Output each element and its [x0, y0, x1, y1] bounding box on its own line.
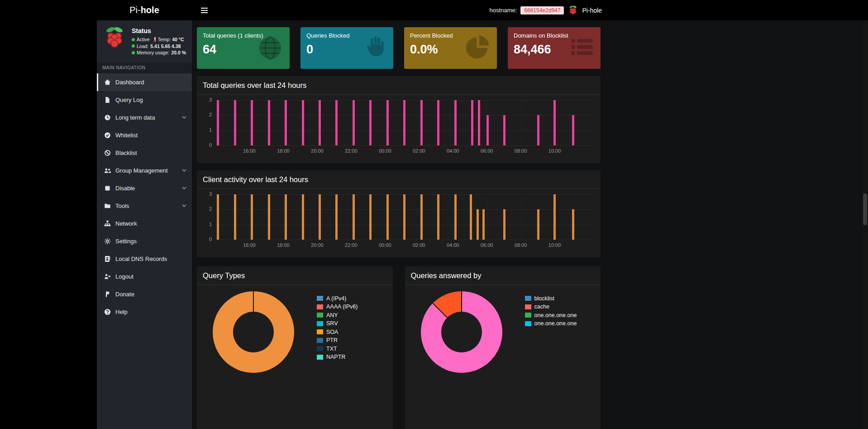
sidebar-item-local-dns-records[interactable]: Local DNS Records	[97, 250, 192, 268]
status-line: Load:5.41 5.65 4.38	[132, 43, 186, 49]
sidebar-item-label: Dashboard	[115, 79, 144, 86]
temp-value: 40 °C	[172, 37, 184, 42]
sidebar-item-group-management[interactable]: Group Management	[97, 162, 192, 179]
x-tick-label: 04:00	[447, 148, 459, 154]
status-line: Memory usage:20.0 %	[132, 50, 186, 55]
hamburger-menu-icon[interactable]	[195, 0, 214, 20]
bar	[486, 115, 489, 145]
scrollbar-thumb[interactable]	[863, 193, 867, 225]
x-tick-label: 16:00	[243, 242, 256, 248]
bar	[319, 194, 321, 240]
bar	[335, 194, 338, 240]
queries-answered-by-panel: Queries answered by blocklistcacheone.on…	[405, 266, 601, 429]
x-tick-label: 08:00	[515, 148, 527, 154]
x-tick-label: 20:00	[311, 148, 324, 154]
y-tick-label: 2	[203, 206, 212, 212]
v-gridline	[453, 100, 453, 145]
v-gridline	[283, 100, 284, 145]
bar	[217, 100, 219, 145]
sidebar-item-label: Long term data	[115, 114, 155, 121]
x-tick-label: 22:00	[345, 242, 358, 248]
legend-item[interactable]: AAAA (IPv6)	[317, 304, 358, 310]
sidebar-item-label: Logout	[115, 273, 134, 280]
x-tick-label: 18:00	[277, 148, 290, 154]
bar	[537, 115, 539, 145]
donut-hole	[233, 312, 274, 352]
hand-icon	[362, 34, 388, 62]
stat-card-total-queries-1-clients: Total queries (1 clients)64	[197, 27, 290, 69]
legend-label: SRV	[326, 320, 338, 327]
bar	[553, 194, 556, 240]
sidebar-item-donate[interactable]: Donate	[97, 285, 192, 303]
panel-divider	[197, 284, 393, 285]
question-icon	[104, 308, 111, 315]
brand-prefix: Pi-	[129, 5, 140, 15]
panel-title: Client activity over last 24 hours	[203, 175, 595, 184]
sidebar-item-tools[interactable]: Tools	[97, 197, 192, 215]
status-title: Status	[132, 27, 186, 34]
v-gridline	[487, 194, 487, 240]
bar	[335, 100, 338, 145]
legend-item[interactable]: NAPTR	[317, 354, 358, 360]
bar	[403, 100, 405, 145]
sidebar-item-blacklist[interactable]: Blacklist	[97, 144, 192, 162]
legend-item[interactable]: PTR	[317, 337, 358, 343]
x-tick-label: 06:00	[481, 148, 493, 154]
legend-item[interactable]: TXT	[317, 346, 358, 352]
v-gridline	[317, 100, 318, 145]
v-gridline	[521, 100, 521, 145]
brand-bold: hole	[141, 5, 159, 15]
scrollbar-track[interactable]	[862, 0, 868, 429]
legend-item[interactable]: SRV	[317, 320, 358, 327]
sidebar-item-label: Disable	[115, 185, 135, 192]
sidebar-item-disable[interactable]: Disable	[97, 179, 192, 197]
bar	[503, 115, 506, 145]
bar	[386, 100, 389, 145]
legend-item[interactable]: A (IPv4)	[317, 295, 358, 302]
panel-divider	[405, 284, 601, 285]
bar	[572, 209, 574, 240]
sidebar-item-query-log[interactable]: Query Log	[97, 91, 192, 109]
sidebar-item-dashboard[interactable]: Dashboard	[97, 73, 192, 91]
status-label: Active	[137, 37, 150, 42]
legend-item[interactable]: ANY	[317, 312, 358, 318]
bar	[369, 194, 372, 240]
query-types-panel: Query Types A (IPv4)AAAA (IPv6)ANYSRVSOA…	[197, 266, 393, 429]
y-tick-label: 1	[203, 222, 212, 227]
users-icon	[104, 167, 111, 174]
stat-card-queries-blocked: Queries Blocked0	[300, 27, 393, 69]
sidebar-item-help[interactable]: Help	[97, 303, 192, 321]
pie-icon	[465, 34, 491, 62]
legend-item[interactable]: SOA	[317, 329, 358, 335]
left-gutter	[0, 20, 97, 429]
temp-wrap: Temp:40 °C	[153, 37, 184, 42]
legend-label: A (IPv4)	[326, 295, 346, 302]
sidebar-item-long-term-data[interactable]: Long term data	[97, 109, 192, 126]
legend-item[interactable]: one.one.one.one	[525, 312, 577, 318]
plot-area: 16:0018:0020:0022:0000:0002:0004:0006:00…	[215, 100, 592, 145]
y-tick-label: 1	[203, 127, 212, 133]
v-gridline	[351, 194, 352, 240]
legend-item[interactable]: cache	[525, 304, 577, 310]
x-tick-label: 00:00	[379, 148, 391, 154]
status-line: ActiveTemp:40 °C	[132, 37, 186, 42]
status-dot-icon	[132, 44, 135, 48]
legend-swatch	[317, 313, 323, 318]
bar	[471, 100, 473, 145]
sidebar-item-whitelist[interactable]: Whitelist	[97, 126, 192, 144]
check-icon	[104, 132, 111, 139]
query-types-donut-chart	[213, 291, 294, 373]
sidebar-brand[interactable]: Pi-hole	[97, 0, 192, 20]
sidebar-item-network[interactable]: Network	[97, 215, 192, 232]
sidebar-item-logout[interactable]: Logout	[97, 268, 192, 285]
stat-card-percent-blocked: Percent Blocked0.0%	[404, 27, 497, 69]
status-label: Memory usage:	[137, 50, 169, 55]
chevron-down-icon	[182, 204, 186, 207]
bar	[482, 209, 485, 240]
legend-label: cache	[534, 304, 549, 310]
legend-item[interactable]: one.one.one.one	[525, 320, 577, 327]
clock-icon	[104, 114, 111, 121]
sidebar-item-settings[interactable]: Settings	[97, 232, 192, 250]
status-value: 20.0 %	[171, 50, 186, 55]
legend-item[interactable]: blocklist	[525, 295, 577, 302]
